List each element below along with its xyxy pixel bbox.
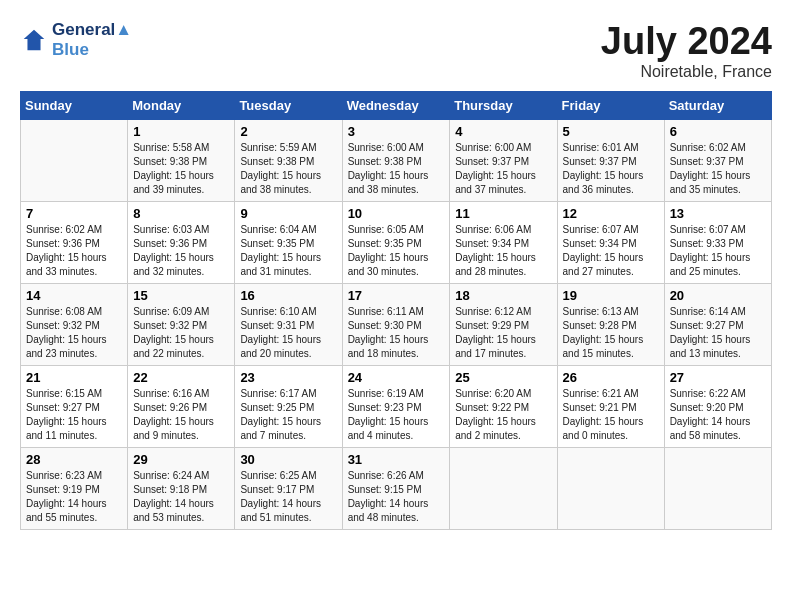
- day-number: 11: [455, 206, 551, 221]
- calendar-week-row: 21Sunrise: 6:15 AM Sunset: 9:27 PM Dayli…: [21, 366, 772, 448]
- day-number: 10: [348, 206, 445, 221]
- day-info: Sunrise: 6:20 AM Sunset: 9:22 PM Dayligh…: [455, 387, 551, 443]
- calendar-cell: [21, 120, 128, 202]
- dow-header: Saturday: [664, 92, 771, 120]
- logo: General▲ Blue: [20, 20, 132, 60]
- day-number: 8: [133, 206, 229, 221]
- day-info: Sunrise: 6:11 AM Sunset: 9:30 PM Dayligh…: [348, 305, 445, 361]
- calendar-week-row: 28Sunrise: 6:23 AM Sunset: 9:19 PM Dayli…: [21, 448, 772, 530]
- calendar-cell: 8Sunrise: 6:03 AM Sunset: 9:36 PM Daylig…: [128, 202, 235, 284]
- day-number: 31: [348, 452, 445, 467]
- calendar-cell: [664, 448, 771, 530]
- day-info: Sunrise: 6:19 AM Sunset: 9:23 PM Dayligh…: [348, 387, 445, 443]
- day-info: Sunrise: 6:07 AM Sunset: 9:34 PM Dayligh…: [563, 223, 659, 279]
- day-info: Sunrise: 6:09 AM Sunset: 9:32 PM Dayligh…: [133, 305, 229, 361]
- calendar-cell: 21Sunrise: 6:15 AM Sunset: 9:27 PM Dayli…: [21, 366, 128, 448]
- calendar-cell: 23Sunrise: 6:17 AM Sunset: 9:25 PM Dayli…: [235, 366, 342, 448]
- day-info: Sunrise: 5:58 AM Sunset: 9:38 PM Dayligh…: [133, 141, 229, 197]
- calendar-cell: 22Sunrise: 6:16 AM Sunset: 9:26 PM Dayli…: [128, 366, 235, 448]
- day-number: 4: [455, 124, 551, 139]
- calendar-cell: [557, 448, 664, 530]
- calendar-week-row: 7Sunrise: 6:02 AM Sunset: 9:36 PM Daylig…: [21, 202, 772, 284]
- day-number: 22: [133, 370, 229, 385]
- day-number: 24: [348, 370, 445, 385]
- day-number: 1: [133, 124, 229, 139]
- day-info: Sunrise: 6:21 AM Sunset: 9:21 PM Dayligh…: [563, 387, 659, 443]
- svg-marker-0: [24, 30, 45, 51]
- day-number: 28: [26, 452, 122, 467]
- day-info: Sunrise: 6:05 AM Sunset: 9:35 PM Dayligh…: [348, 223, 445, 279]
- day-info: Sunrise: 6:04 AM Sunset: 9:35 PM Dayligh…: [240, 223, 336, 279]
- day-info: Sunrise: 6:02 AM Sunset: 9:37 PM Dayligh…: [670, 141, 766, 197]
- day-info: Sunrise: 6:00 AM Sunset: 9:38 PM Dayligh…: [348, 141, 445, 197]
- day-info: Sunrise: 6:26 AM Sunset: 9:15 PM Dayligh…: [348, 469, 445, 525]
- calendar-cell: 10Sunrise: 6:05 AM Sunset: 9:35 PM Dayli…: [342, 202, 450, 284]
- day-number: 21: [26, 370, 122, 385]
- day-info: Sunrise: 6:10 AM Sunset: 9:31 PM Dayligh…: [240, 305, 336, 361]
- calendar-cell: 20Sunrise: 6:14 AM Sunset: 9:27 PM Dayli…: [664, 284, 771, 366]
- day-number: 19: [563, 288, 659, 303]
- dow-header: Wednesday: [342, 92, 450, 120]
- day-number: 14: [26, 288, 122, 303]
- day-info: Sunrise: 6:14 AM Sunset: 9:27 PM Dayligh…: [670, 305, 766, 361]
- calendar-cell: 4Sunrise: 6:00 AM Sunset: 9:37 PM Daylig…: [450, 120, 557, 202]
- page-header: General▲ Blue July 2024 Noiretable, Fran…: [20, 20, 772, 81]
- calendar-cell: 19Sunrise: 6:13 AM Sunset: 9:28 PM Dayli…: [557, 284, 664, 366]
- day-number: 9: [240, 206, 336, 221]
- title-block: July 2024 Noiretable, France: [601, 20, 772, 81]
- calendar-cell: 14Sunrise: 6:08 AM Sunset: 9:32 PM Dayli…: [21, 284, 128, 366]
- dow-header: Monday: [128, 92, 235, 120]
- day-info: Sunrise: 6:15 AM Sunset: 9:27 PM Dayligh…: [26, 387, 122, 443]
- calendar-cell: 28Sunrise: 6:23 AM Sunset: 9:19 PM Dayli…: [21, 448, 128, 530]
- calendar-cell: 3Sunrise: 6:00 AM Sunset: 9:38 PM Daylig…: [342, 120, 450, 202]
- dow-header: Friday: [557, 92, 664, 120]
- calendar-cell: 25Sunrise: 6:20 AM Sunset: 9:22 PM Dayli…: [450, 366, 557, 448]
- calendar-cell: 17Sunrise: 6:11 AM Sunset: 9:30 PM Dayli…: [342, 284, 450, 366]
- day-info: Sunrise: 6:08 AM Sunset: 9:32 PM Dayligh…: [26, 305, 122, 361]
- calendar-cell: 18Sunrise: 6:12 AM Sunset: 9:29 PM Dayli…: [450, 284, 557, 366]
- calendar-cell: 24Sunrise: 6:19 AM Sunset: 9:23 PM Dayli…: [342, 366, 450, 448]
- logo-text: General▲ Blue: [52, 20, 132, 60]
- calendar-cell: 15Sunrise: 6:09 AM Sunset: 9:32 PM Dayli…: [128, 284, 235, 366]
- day-number: 16: [240, 288, 336, 303]
- dow-header: Sunday: [21, 92, 128, 120]
- day-number: 25: [455, 370, 551, 385]
- calendar-cell: 9Sunrise: 6:04 AM Sunset: 9:35 PM Daylig…: [235, 202, 342, 284]
- subtitle: Noiretable, France: [601, 63, 772, 81]
- day-info: Sunrise: 6:02 AM Sunset: 9:36 PM Dayligh…: [26, 223, 122, 279]
- calendar-cell: 30Sunrise: 6:25 AM Sunset: 9:17 PM Dayli…: [235, 448, 342, 530]
- calendar-cell: 27Sunrise: 6:22 AM Sunset: 9:20 PM Dayli…: [664, 366, 771, 448]
- day-number: 23: [240, 370, 336, 385]
- day-info: Sunrise: 6:06 AM Sunset: 9:34 PM Dayligh…: [455, 223, 551, 279]
- day-number: 18: [455, 288, 551, 303]
- day-info: Sunrise: 6:23 AM Sunset: 9:19 PM Dayligh…: [26, 469, 122, 525]
- dow-header: Thursday: [450, 92, 557, 120]
- day-info: Sunrise: 6:00 AM Sunset: 9:37 PM Dayligh…: [455, 141, 551, 197]
- day-number: 6: [670, 124, 766, 139]
- calendar-cell: 5Sunrise: 6:01 AM Sunset: 9:37 PM Daylig…: [557, 120, 664, 202]
- day-info: Sunrise: 6:16 AM Sunset: 9:26 PM Dayligh…: [133, 387, 229, 443]
- dow-header: Tuesday: [235, 92, 342, 120]
- day-info: Sunrise: 6:24 AM Sunset: 9:18 PM Dayligh…: [133, 469, 229, 525]
- logo-icon: [20, 26, 48, 54]
- calendar-cell: 26Sunrise: 6:21 AM Sunset: 9:21 PM Dayli…: [557, 366, 664, 448]
- calendar-week-row: 14Sunrise: 6:08 AM Sunset: 9:32 PM Dayli…: [21, 284, 772, 366]
- calendar-cell: 11Sunrise: 6:06 AM Sunset: 9:34 PM Dayli…: [450, 202, 557, 284]
- calendar-week-row: 1Sunrise: 5:58 AM Sunset: 9:38 PM Daylig…: [21, 120, 772, 202]
- day-number: 12: [563, 206, 659, 221]
- main-title: July 2024: [601, 20, 772, 63]
- day-number: 17: [348, 288, 445, 303]
- day-number: 2: [240, 124, 336, 139]
- calendar-table: SundayMondayTuesdayWednesdayThursdayFrid…: [20, 91, 772, 530]
- day-number: 15: [133, 288, 229, 303]
- day-number: 7: [26, 206, 122, 221]
- day-info: Sunrise: 6:01 AM Sunset: 9:37 PM Dayligh…: [563, 141, 659, 197]
- calendar-cell: 29Sunrise: 6:24 AM Sunset: 9:18 PM Dayli…: [128, 448, 235, 530]
- day-number: 30: [240, 452, 336, 467]
- day-number: 3: [348, 124, 445, 139]
- day-info: Sunrise: 6:13 AM Sunset: 9:28 PM Dayligh…: [563, 305, 659, 361]
- calendar-cell: 7Sunrise: 6:02 AM Sunset: 9:36 PM Daylig…: [21, 202, 128, 284]
- calendar-body: 1Sunrise: 5:58 AM Sunset: 9:38 PM Daylig…: [21, 120, 772, 530]
- day-info: Sunrise: 6:25 AM Sunset: 9:17 PM Dayligh…: [240, 469, 336, 525]
- days-of-week-row: SundayMondayTuesdayWednesdayThursdayFrid…: [21, 92, 772, 120]
